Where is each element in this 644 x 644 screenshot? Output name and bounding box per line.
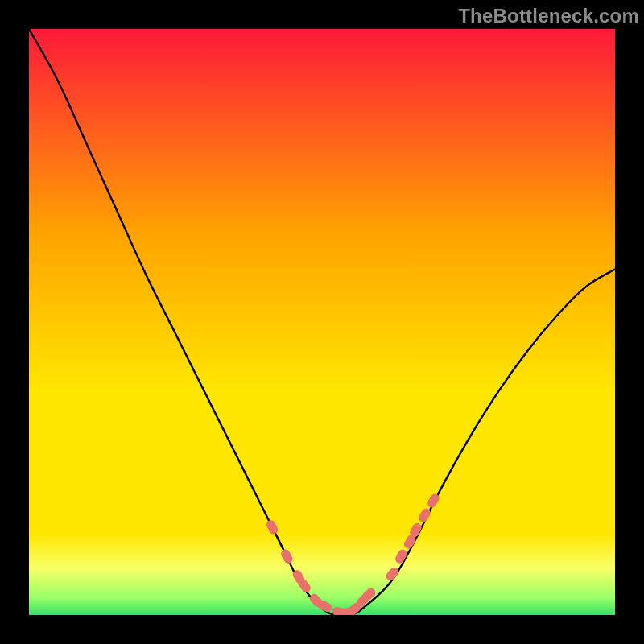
gradient-background — [29, 29, 615, 615]
chart-frame: TheBottleneck.com — [0, 0, 644, 644]
plot-area — [29, 29, 615, 615]
chart-svg — [29, 29, 615, 615]
watermark-label: TheBottleneck.com — [458, 5, 639, 27]
